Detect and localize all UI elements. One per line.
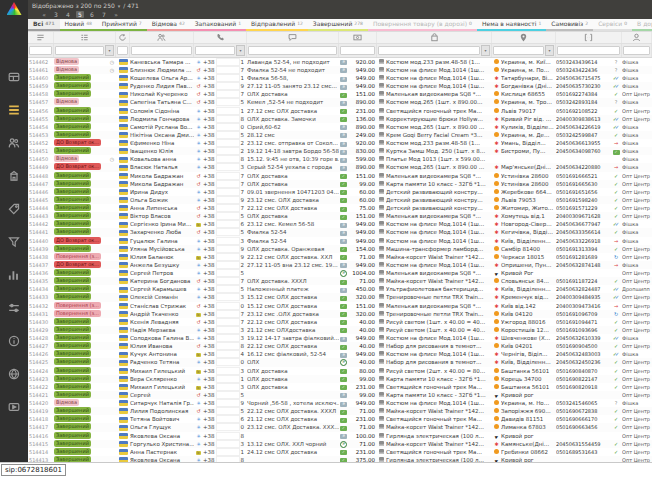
tab-Новий[interactable]: Новий48 bbox=[60, 19, 97, 31]
sync-column-header-icon[interactable] bbox=[116, 32, 130, 43]
table-row[interactable]: 514429ЗавершенийНадія Мерзаєва✳+38321.12… bbox=[28, 326, 652, 334]
comments-filter-input[interactable] bbox=[248, 46, 337, 55]
clients-icon[interactable] bbox=[8, 137, 21, 149]
app-logo-icon[interactable] bbox=[7, 2, 22, 15]
table-row[interactable]: 514456ЗавершенийСоломія Сідоніна✳+38127.… bbox=[28, 107, 652, 115]
manager-column-header-icon[interactable] bbox=[622, 32, 652, 43]
stats-icon[interactable] bbox=[8, 269, 21, 281]
video-icon[interactable] bbox=[8, 401, 21, 413]
table-row[interactable]: 514439ЗавершенийУляна Мусійовська✳+389ОЛ… bbox=[28, 245, 652, 253]
table-row[interactable]: 514436ЗавершенийСергей Петров✳+385₴1004.… bbox=[28, 269, 652, 277]
page-button-7[interactable]: 7 bbox=[100, 11, 108, 18]
money-filter-input[interactable] bbox=[340, 46, 375, 55]
tab-Всі[interactable]: Всі471 bbox=[28, 19, 60, 31]
funnel-icon[interactable] bbox=[8, 236, 21, 248]
tags-icon[interactable] bbox=[8, 203, 21, 215]
tab-Відмова[interactable]: Відмова42 bbox=[147, 19, 190, 31]
table-row[interactable]: 514430ЗавершенийКсенія Левадняя↺+38722.1… bbox=[28, 318, 652, 326]
table-row[interactable]: 514459ЗавершенийРуденко Лидия Пав…↺+3892… bbox=[28, 82, 652, 90]
table-row[interactable]: 514427ЗавершенийЮлия Иванова↺+38822.12 с… bbox=[28, 342, 652, 350]
table-row[interactable]: 514426ЗавершенийКучук Антонинаlc+38416.1… bbox=[28, 350, 652, 358]
table-row[interactable]: 514433ЗавершенийОлексій Семанін✳+38315.1… bbox=[28, 293, 652, 301]
products-filter-dropdown[interactable]: ▾ bbox=[481, 45, 490, 56]
tab-Запакований[interactable]: Запакований1 bbox=[190, 19, 246, 31]
manager-filter-input[interactable] bbox=[623, 46, 650, 55]
table-row[interactable]: 514420ВідмоваСитарчук Наталія Гр…✳+389Чо… bbox=[28, 399, 652, 407]
tab-В дорозі додому[interactable]: В дорозі додому0 bbox=[632, 19, 652, 31]
tuner-icon[interactable] bbox=[8, 302, 21, 314]
table-row[interactable]: 514419ЗавершенийЛилия Подолинская↺+38522… bbox=[28, 407, 652, 415]
money-column-header-icon[interactable] bbox=[339, 32, 377, 43]
table-row[interactable]: 514460ЗавершенийКошелева Ольга Ар…✳+381Ф… bbox=[28, 74, 652, 82]
status-filter-input[interactable] bbox=[55, 46, 104, 55]
table-row[interactable]: 514450Відмова◷Ковальова анна✳+38815.12. … bbox=[28, 155, 652, 163]
table-row[interactable]: 514441ЗавершенийЗахарченко Люба↺+385Фиал… bbox=[28, 228, 652, 236]
tab-Сервіси[interactable]: Сервіси0 bbox=[593, 19, 632, 31]
location-filter-input[interactable] bbox=[493, 46, 544, 55]
tab-Завершений[interactable]: Завершений278 bbox=[308, 19, 368, 31]
table-row[interactable]: 514414ЗавершенийАнна Пастернакlc+38124.1… bbox=[28, 448, 652, 456]
table-row[interactable]: 514458ЗавершенийНиколай Кучеренко↺+387ОЛ… bbox=[28, 90, 652, 98]
page-button-4[interactable]: 4 bbox=[64, 11, 72, 18]
comments-column-header-icon[interactable] bbox=[247, 32, 339, 43]
rows-column-header-icon[interactable] bbox=[28, 32, 54, 43]
table-row[interactable]: 514443ЗавершенийВіктор Власов↺+385ОЛХ до… bbox=[28, 212, 652, 220]
table-row[interactable]: 514437ДО Возврат ок…Анжела Безушку✳+3822… bbox=[28, 261, 652, 269]
table-row[interactable]: 514435ЗавершенийКатерина Богданова↺+387О… bbox=[28, 277, 652, 285]
table-row[interactable]: 514444ЗавершенийАнна Липенська↺+38722.12… bbox=[28, 204, 652, 212]
location-filter-dropdown[interactable]: ▾ bbox=[545, 45, 554, 56]
clients-filter-input[interactable] bbox=[131, 46, 192, 55]
phone-filter-dropdown[interactable]: ▾ bbox=[236, 45, 245, 56]
table-row[interactable]: 514449ДО Возврат ок…Власюк Наталья✳+383С… bbox=[28, 163, 652, 171]
products-filter-input[interactable] bbox=[378, 46, 480, 55]
first-page-button[interactable]: « bbox=[40, 11, 48, 18]
table-row[interactable]: 514442ЗавершенийСергієнко Ірина Ми…lc+38… bbox=[28, 220, 652, 228]
clients-column-header-icon[interactable] bbox=[130, 32, 194, 43]
table-row[interactable]: 514455ЗавершенийЛюдмила Гончарова✳+388ОЛ… bbox=[28, 115, 652, 123]
ttn-column-header-icon[interactable] bbox=[556, 32, 622, 43]
table-row[interactable]: 514418ЗавершенийТетяна Войтович✳+38621.1… bbox=[28, 415, 652, 423]
info-icon[interactable] bbox=[8, 335, 21, 347]
table-row[interactable]: 514446ЗавершенийИрина Дидух✳+38709.01 зв… bbox=[28, 188, 652, 196]
rows-filter-input[interactable] bbox=[29, 46, 52, 55]
table-row[interactable]: 514431Повернення (з…Андрій Ткаченкоlc+38… bbox=[28, 310, 652, 318]
tab-Нема в наявності[interactable]: Нема в наявності1 bbox=[477, 19, 546, 31]
tab-Самовивіз[interactable]: Самовивіз2 bbox=[546, 19, 593, 31]
tab-Відправлений[interactable]: Відправлений12 bbox=[246, 19, 308, 31]
table-row[interactable]: 514448ЗавершенийМикола Бадражан↺+387ОЛХ … bbox=[28, 172, 652, 180]
phone-column-header-icon[interactable] bbox=[194, 32, 247, 43]
table-row[interactable]: 514451ЗавершенийІващенко Юлія✳+38219.12 … bbox=[28, 147, 652, 155]
page-size-caret-icon[interactable]: ▾ bbox=[118, 3, 121, 9]
sync-filter-input[interactable] bbox=[117, 46, 128, 55]
table-row[interactable]: 514462Відмова◷Каневська Тамара …✳+381Лав… bbox=[28, 58, 652, 66]
table-row[interactable]: 514452ДО Возврат ок…Єфименко Ніна✳+38223… bbox=[28, 139, 652, 147]
ttn-filter-input[interactable] bbox=[557, 46, 620, 55]
phone-filter-input[interactable] bbox=[195, 46, 235, 55]
table-row[interactable]: 514440ДО Возврат ок…Гуцалюк Галина✳+383Ф… bbox=[28, 237, 652, 245]
tab-Повернення товару (в дорозі)[interactable]: Повернення товару (в дорозі)0 bbox=[368, 19, 477, 31]
table-row[interactable]: 514447ЗавершенийМикола Бадражан↺+387ОЛХ … bbox=[28, 180, 652, 188]
last-page-button[interactable]: » bbox=[112, 11, 120, 18]
location-column-header-icon[interactable] bbox=[492, 32, 556, 43]
status-column-header-icon[interactable] bbox=[54, 32, 116, 43]
table-row[interactable]: 514424ЗавершенийМихаил Гилецькийlc+383ОЛ… bbox=[28, 367, 652, 375]
page-button-6[interactable]: 6 bbox=[88, 11, 96, 18]
table-row[interactable]: 514454ЗавершенийСамотій Руслана Во…✳+380… bbox=[28, 123, 652, 131]
table-row[interactable]: 514422ЗавершенийМихаил Гилецькийlc+383ОЛ… bbox=[28, 383, 652, 391]
table-row[interactable]: 514423ЗавершенийВера Скляренко✳+381ОЛХ д… bbox=[28, 375, 652, 383]
table-row[interactable]: 514457ВідмоваСапегіна Татьяна С…↺+385Кем… bbox=[28, 98, 652, 106]
table-row[interactable]: 514432Повернення (з…Станіслав Стрижак↺+3… bbox=[28, 302, 652, 310]
globe-icon[interactable] bbox=[8, 368, 21, 380]
table-row[interactable]: 514461Відмова◷Близнюк Людмила …↺+387Фиал… bbox=[28, 66, 652, 74]
table-row[interactable]: 514438Повернення (з…Юлия Баланюкlc+38922… bbox=[28, 253, 652, 261]
table-row[interactable]: 514421ЗавершенийСергей↺+385₴99.00Карта п… bbox=[28, 391, 652, 399]
dashboard-icon[interactable] bbox=[8, 71, 21, 83]
orders-icon[interactable] bbox=[8, 104, 21, 116]
status-filter-dropdown[interactable]: ▾ bbox=[105, 45, 114, 56]
company-icon[interactable] bbox=[8, 170, 21, 182]
page-button-3[interactable]: 3 bbox=[52, 11, 60, 18]
table-row[interactable]: 514415ЗавершенийГоргулько Христина…✳+383… bbox=[28, 440, 652, 448]
table-row[interactable]: 514416ЗавершенийЯковлева Оксана✳+388₴100… bbox=[28, 432, 652, 440]
table-row[interactable]: 514434ЗавершенийСергей Карамышев✳+385Нал… bbox=[28, 285, 652, 293]
products-column-header-icon[interactable] bbox=[377, 32, 492, 43]
